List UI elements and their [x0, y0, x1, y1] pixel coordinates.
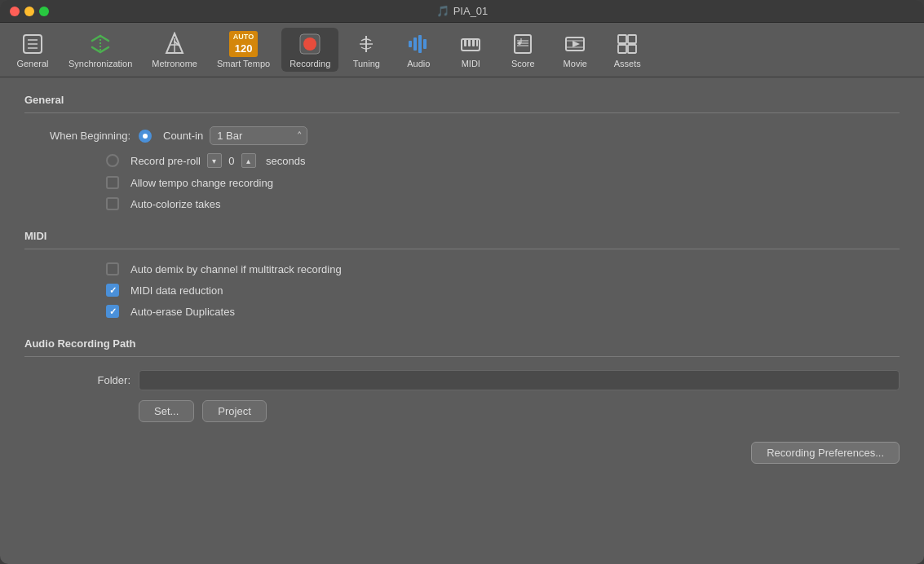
auto-erase-label: Auto-erase Duplicates [130, 306, 235, 318]
recording-preferences-button[interactable]: Recording Preferences... [751, 442, 900, 464]
toolbar-item-movie[interactable]: Movie [550, 28, 599, 72]
allow-tempo-checkbox[interactable] [106, 176, 119, 189]
stepper-value: 0 [223, 155, 240, 167]
toolbar-item-tuning[interactable]: Tuning [342, 28, 391, 72]
toolbar-item-general[interactable]: General [8, 28, 57, 72]
toolbar-item-assets[interactable]: Assets [603, 28, 652, 72]
toolbar-label-sync: Synchronization [69, 59, 132, 68]
general-icon [20, 31, 46, 57]
toolbar: General Synchronization Metronome [0, 23, 924, 77]
smart-tempo-icon: AUTO 120 [231, 31, 257, 57]
stepper-down-btn[interactable]: ▾ [207, 153, 222, 168]
auto-demix-row: Auto demix by channel if multitrack reco… [24, 262, 900, 275]
toolbar-label-audio: Audio [407, 59, 430, 68]
preroll-radio[interactable] [106, 154, 119, 167]
midi-icon [458, 31, 484, 57]
toolbar-label-smart-tempo: Smart Tempo [217, 59, 270, 68]
auto-colorize-label: Auto-colorize takes [130, 198, 221, 210]
auto-colorize-row: Auto-colorize takes [24, 197, 900, 210]
project-button[interactable]: Project [202, 400, 266, 422]
svg-rect-35 [628, 45, 636, 53]
midi-divider [24, 249, 900, 249]
svg-rect-14 [413, 37, 417, 51]
svg-rect-19 [468, 39, 471, 46]
toolbar-label-movie: Movie [564, 59, 587, 68]
svg-rect-20 [472, 39, 475, 46]
count-in-dropdown-wrapper: 1 Bar 2 Bars 4 Bars [210, 126, 307, 145]
movie-icon [562, 31, 588, 57]
minimize-button[interactable] [24, 7, 34, 16]
stepper-up-btn[interactable]: ▴ [241, 153, 256, 168]
audio-path-divider [24, 356, 900, 357]
audio-icon [405, 31, 431, 57]
auto-demix-label: Auto demix by channel if multitrack reco… [130, 263, 342, 275]
toolbar-label-recording: Recording [290, 59, 330, 68]
general-divider [24, 112, 900, 113]
footer-row: Recording Preferences... [24, 442, 900, 464]
assets-icon [614, 31, 640, 57]
svg-point-10 [303, 37, 316, 51]
toolbar-item-synchronization[interactable]: Synchronization [60, 28, 140, 72]
toolbar-item-recording[interactable]: Recording [281, 28, 338, 72]
window-title: 🎵 PIA_01 [436, 5, 489, 17]
recording-icon [297, 31, 323, 57]
auto-erase-checkbox[interactable] [106, 305, 119, 318]
toolbar-item-metronome[interactable]: Metronome [144, 28, 206, 72]
audio-path-section: Audio Recording Path Folder: Set... Proj… [24, 337, 900, 422]
when-beginning-row: When Beginning: Count-in 1 Bar 2 Bars 4 … [24, 126, 900, 145]
auto-demix-checkbox[interactable] [106, 262, 119, 275]
title-bar: 🎵 PIA_01 [0, 0, 924, 23]
svg-rect-16 [423, 39, 427, 49]
svg-rect-18 [464, 39, 466, 46]
maximize-button[interactable] [39, 7, 49, 16]
auto-colorize-checkbox[interactable] [106, 197, 119, 210]
allow-tempo-label: Allow tempo change recording [130, 177, 273, 189]
toolbar-label-midi: MIDI [462, 59, 480, 68]
traffic-lights [10, 7, 49, 16]
score-icon [510, 31, 536, 57]
midi-section-title: MIDI [24, 230, 900, 242]
toolbar-label-metronome: Metronome [152, 59, 197, 68]
svg-rect-22 [515, 35, 531, 53]
count-in-dropdown[interactable]: 1 Bar 2 Bars 4 Bars [210, 126, 307, 145]
audio-path-title: Audio Recording Path [24, 337, 900, 350]
folder-input[interactable] [139, 370, 900, 390]
preroll-unit: seconds [266, 155, 305, 167]
general-section: General When Beginning: Count-in 1 Bar 2… [24, 94, 900, 210]
midi-reduction-checkbox[interactable] [106, 284, 119, 297]
count-in-radio[interactable] [139, 130, 152, 143]
auto-erase-row: Auto-erase Duplicates [24, 305, 900, 318]
file-icon: 🎵 [436, 5, 449, 17]
svg-marker-29 [573, 41, 580, 47]
general-section-title: General [24, 94, 900, 106]
svg-rect-32 [618, 35, 626, 43]
folder-label: Folder: [24, 374, 130, 386]
svg-rect-13 [409, 41, 412, 47]
set-button[interactable]: Set... [139, 400, 194, 422]
allow-tempo-row: Allow tempo change recording [24, 176, 900, 189]
stepper-group: ▾ 0 ▴ [207, 153, 256, 168]
svg-rect-21 [476, 39, 478, 46]
toolbar-item-score[interactable]: Score [498, 28, 547, 72]
midi-section: MIDI Auto demix by channel if multitrack… [24, 230, 900, 318]
toolbar-item-midi[interactable]: MIDI [446, 28, 495, 72]
toolbar-label-general: General [16, 59, 48, 68]
svg-rect-33 [628, 35, 636, 43]
metronome-icon [161, 31, 188, 57]
preroll-label: Record pre-roll [130, 155, 201, 167]
tuning-icon [353, 31, 379, 57]
toolbar-item-smart-tempo[interactable]: AUTO 120 Smart Tempo [209, 28, 278, 72]
toolbar-label-assets: Assets [614, 59, 641, 68]
svg-rect-34 [618, 45, 626, 53]
toolbar-label-tuning: Tuning [353, 59, 380, 68]
when-beginning-label: When Beginning: [24, 130, 130, 142]
toolbar-item-audio[interactable]: Audio [394, 28, 443, 72]
midi-reduction-label: MIDI data reduction [130, 284, 223, 297]
folder-buttons: Set... Project [24, 400, 900, 422]
svg-rect-15 [418, 35, 422, 53]
count-in-label: Count-in [163, 130, 203, 142]
main-content: General When Beginning: Count-in 1 Bar 2… [0, 77, 924, 564]
folder-input-wrapper [139, 370, 900, 390]
close-button[interactable] [10, 7, 20, 16]
record-preroll-row: Record pre-roll ▾ 0 ▴ seconds [24, 153, 900, 168]
